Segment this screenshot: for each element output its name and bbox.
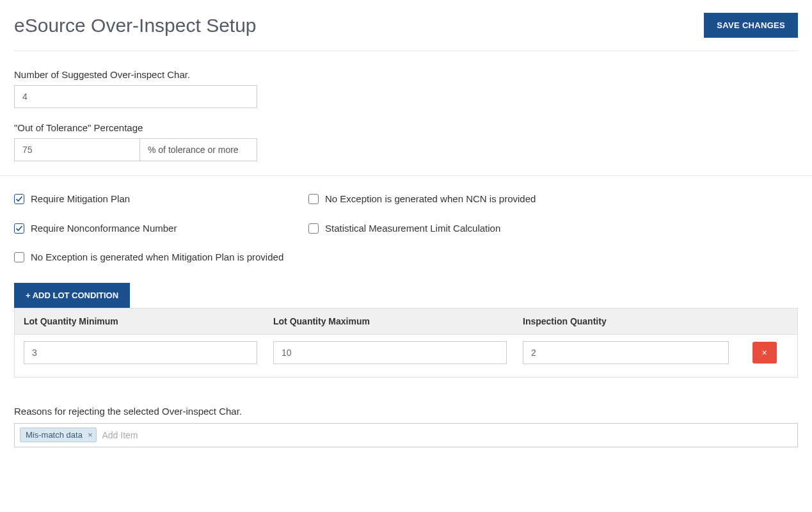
out-of-tolerance-suffix: % of tolerance or more bbox=[139, 138, 257, 161]
no-exception-ncn-checkbox[interactable] bbox=[308, 194, 319, 204]
lot-max-header: Lot Quantity Maximum bbox=[273, 316, 523, 326]
reasons-add-item-input[interactable] bbox=[102, 430, 792, 440]
statistical-measurement-label: Statistical Measurement Limit Calculatio… bbox=[325, 222, 500, 235]
reasons-label: Reasons for rejecting the selected Over-… bbox=[14, 406, 798, 417]
statistical-measurement-checkbox[interactable] bbox=[308, 223, 319, 234]
lot-inspection-input[interactable] bbox=[523, 341, 729, 364]
lot-max-input[interactable] bbox=[273, 341, 507, 364]
check-icon bbox=[15, 195, 23, 203]
add-lot-condition-button[interactable]: + ADD LOT CONDITION bbox=[14, 283, 130, 308]
lot-inspection-header: Inspection Quantity bbox=[523, 316, 740, 326]
no-exception-ncn-label: No Exception is generated when NCN is pr… bbox=[325, 193, 536, 205]
require-mitigation-plan-label: Require Mitigation Plan bbox=[31, 193, 130, 205]
suggested-char-input[interactable] bbox=[14, 85, 257, 108]
tag-mismatch-data: Mis-match data × bbox=[20, 428, 97, 442]
suggested-char-label: Number of Suggested Over-inspect Char. bbox=[14, 69, 798, 80]
close-icon: × bbox=[761, 348, 767, 358]
check-icon bbox=[15, 225, 23, 232]
page-title: eSource Over-Inspect Setup bbox=[14, 15, 257, 36]
lot-min-header: Lot Quantity Minimum bbox=[24, 316, 273, 326]
tag-label: Mis-match data bbox=[26, 430, 83, 440]
no-exception-mitigation-plan-checkbox[interactable] bbox=[14, 252, 24, 262]
require-mitigation-plan-checkbox[interactable] bbox=[14, 194, 24, 204]
tag-remove-icon[interactable]: × bbox=[88, 430, 93, 440]
no-exception-mitigation-plan-label: No Exception is generated when Mitigatio… bbox=[31, 251, 283, 264]
reasons-tag-input[interactable]: Mis-match data × bbox=[14, 423, 798, 447]
out-of-tolerance-label: "Out of Tolerance" Percentage bbox=[14, 122, 798, 133]
lot-min-input[interactable] bbox=[24, 341, 257, 364]
save-changes-button[interactable]: SAVE CHANGES bbox=[704, 13, 798, 38]
out-of-tolerance-input[interactable] bbox=[14, 138, 139, 161]
delete-lot-row-button[interactable]: × bbox=[752, 342, 777, 364]
table-row: × bbox=[15, 335, 797, 377]
require-nonconformance-number-label: Require Nonconformance Number bbox=[31, 222, 177, 235]
require-nonconformance-number-checkbox[interactable] bbox=[14, 223, 24, 234]
